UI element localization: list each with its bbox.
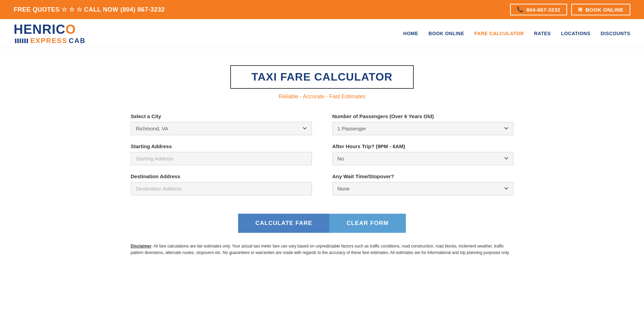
left-column: Select a City Richmond, VA Petersburg, V… — [131, 113, 312, 203]
passengers-label: Number of Passengers (Over 6 Years Old) — [332, 113, 513, 119]
disclaimer-text: : All fare calculations are fair estimat… — [131, 244, 510, 255]
calculate-fare-button[interactable]: CALCULATE FARE — [238, 214, 329, 233]
page-subtitle: Reliable - Accurate - Fast Estimates — [131, 94, 513, 100]
city-label: Select a City — [131, 113, 312, 119]
after-hours-label: After Hours Trip? (9PM - 6AM) — [332, 143, 513, 149]
logo-text: HENRICO ▐▐▐▐▐▐ EXPRESS CAB — [14, 23, 86, 44]
nav-discounts[interactable]: DISCOUNTS — [601, 31, 630, 36]
nav-bar: HENRICO ▐▐▐▐▐▐ EXPRESS CAB HOME BOOK ONL… — [0, 19, 644, 48]
clear-form-button[interactable]: CLEAR FORM — [329, 214, 406, 233]
logo-bars-icon: ▐▐▐▐▐▐ — [14, 39, 28, 43]
destination-address-label: Destination Address — [131, 173, 312, 179]
phone-icon: 📞 — [517, 6, 524, 13]
wait-time-label: Any Wait Time/Stopover? — [332, 173, 513, 179]
passengers-group: Number of Passengers (Over 6 Years Old) … — [332, 113, 513, 135]
passengers-select[interactable]: 1 Passenger 2 Passengers 3 Passengers 4 … — [332, 122, 513, 135]
page-title: TAXI FARE CALCULATOR — [251, 71, 393, 83]
nav-rates[interactable]: RATES — [534, 31, 551, 36]
logo-row2: ▐▐▐▐▐▐ EXPRESS CAB — [14, 37, 86, 44]
city-group: Select a City Richmond, VA Petersburg, V… — [131, 113, 312, 135]
button-row: CALCULATE FARE CLEAR FORM — [131, 214, 513, 233]
nav-home[interactable]: HOME — [403, 31, 418, 36]
destination-address-input[interactable] — [131, 182, 312, 195]
logo: HENRICO ▐▐▐▐▐▐ EXPRESS CAB — [14, 23, 86, 44]
starting-address-group: Starting Address — [131, 143, 312, 165]
after-hours-group: After Hours Trip? (9PM - 6AM) No Yes — [332, 143, 513, 165]
after-hours-select[interactable]: No Yes — [332, 152, 513, 165]
wait-time-select[interactable]: None 5 Minutes 10 Minutes 15 Minutes 20 … — [332, 182, 513, 195]
title-box: TAXI FARE CALCULATOR — [230, 65, 414, 89]
phone-button[interactable]: 📞 804-867-3232 — [510, 4, 567, 15]
nav-links: HOME BOOK ONLINE FARE CALCULATOR RATES L… — [403, 31, 630, 36]
banner-actions: 📞 804-867-3232 ⊞ BOOK ONLINE — [510, 4, 630, 15]
disclaimer-label: Disclaimer — [131, 244, 152, 249]
grid-icon: ⊞ — [578, 6, 583, 13]
destination-address-group: Destination Address — [131, 173, 312, 195]
right-column: Number of Passengers (Over 6 Years Old) … — [332, 113, 513, 203]
city-select[interactable]: Richmond, VA Petersburg, VA Henrico, VA — [131, 122, 312, 135]
starting-address-label: Starting Address — [131, 143, 312, 149]
calculator-form: Select a City Richmond, VA Petersburg, V… — [131, 113, 513, 203]
logo-cab: CAB — [69, 37, 85, 44]
main-content: TAXI FARE CALCULATOR Reliable - Accurate… — [117, 48, 527, 277]
nav-book-online[interactable]: BOOK ONLINE — [428, 31, 464, 36]
starting-address-input[interactable] — [131, 152, 312, 165]
banner-promo-text: FREE QUOTES ☆ ☆ ☆ CALL NOW (804) 867-323… — [14, 6, 165, 13]
wait-time-group: Any Wait Time/Stopover? None 5 Minutes 1… — [332, 173, 513, 195]
nav-fare-calculator[interactable]: FARE CALCULATOR — [475, 31, 524, 36]
top-banner: FREE QUOTES ☆ ☆ ☆ CALL NOW (804) 867-323… — [0, 0, 644, 19]
logo-henrico: HENRICO — [14, 23, 86, 37]
disclaimer: Disclaimer: All fare calculations are fa… — [131, 243, 513, 256]
nav-locations[interactable]: LOCATIONS — [561, 31, 590, 36]
book-online-button[interactable]: ⊞ BOOK ONLINE — [571, 4, 630, 15]
logo-express: EXPRESS — [30, 37, 67, 44]
